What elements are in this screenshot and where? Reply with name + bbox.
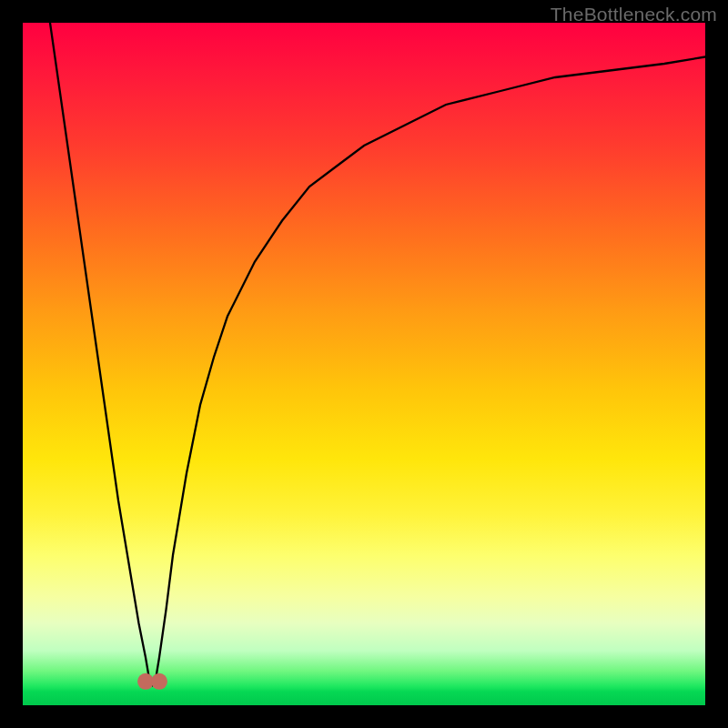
bottleneck-curve	[50, 23, 705, 685]
chart-frame: TheBottleneck.com	[0, 0, 728, 728]
curve-layer	[23, 23, 705, 705]
plot-area	[23, 23, 705, 705]
optimum-marker-right	[151, 673, 167, 690]
